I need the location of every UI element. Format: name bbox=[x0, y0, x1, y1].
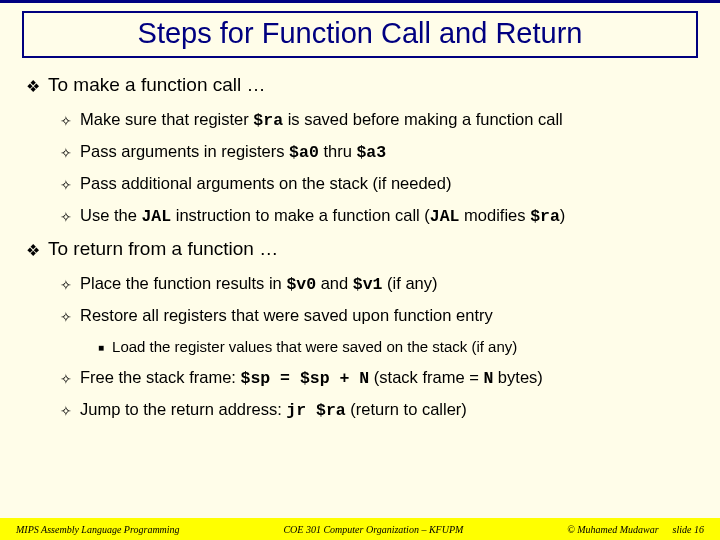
slide-title: Steps for Function Call and Return bbox=[24, 17, 696, 50]
list-item: ✧ Pass additional arguments on the stack… bbox=[60, 174, 694, 196]
footer-slide-num: slide 16 bbox=[673, 524, 704, 535]
footer-right: © Muhamed Mudawar slide 16 bbox=[567, 524, 704, 535]
list-item: ✧ Use the JAL instruction to make a func… bbox=[60, 206, 694, 228]
slide: Steps for Function Call and Return ❖ To … bbox=[0, 0, 720, 540]
item-text: Make sure that register $ra is saved bef… bbox=[80, 110, 563, 130]
content-area: ❖ To make a function call … ✧ Make sure … bbox=[0, 58, 720, 422]
item-text: Restore all registers that were saved up… bbox=[80, 306, 493, 325]
list-item: ✧ Make sure that register $ra is saved b… bbox=[60, 110, 694, 132]
title-box: Steps for Function Call and Return bbox=[22, 11, 698, 58]
diamond-open-bullet-icon: ✧ bbox=[60, 142, 72, 164]
square-bullet-icon: ■ bbox=[98, 338, 104, 358]
heading-text: To return from a function … bbox=[48, 238, 278, 260]
list-item: ✧ Jump to the return address: jr $ra (re… bbox=[60, 400, 694, 422]
item-text: Free the stack frame: $sp = $sp + N (sta… bbox=[80, 368, 543, 388]
footer-center: COE 301 Computer Organization – KFUPM bbox=[283, 524, 463, 535]
section-heading: ❖ To return from a function … bbox=[26, 238, 694, 264]
heading-text: To make a function call … bbox=[48, 74, 266, 96]
list-item: ✧ Pass arguments in registers $a0 thru $… bbox=[60, 142, 694, 164]
diamond-open-bullet-icon: ✧ bbox=[60, 400, 72, 422]
diamond-open-bullet-icon: ✧ bbox=[60, 110, 72, 132]
item-text: Load the register values that were saved… bbox=[112, 338, 517, 355]
item-text: Jump to the return address: jr $ra (retu… bbox=[80, 400, 467, 420]
footer-author: © Muhamed Mudawar bbox=[567, 524, 658, 535]
list-item: ✧ Place the function results in $v0 and … bbox=[60, 274, 694, 296]
list-item: ✧ Restore all registers that were saved … bbox=[60, 306, 694, 328]
diamond-bullet-icon: ❖ bbox=[26, 74, 40, 100]
diamond-open-bullet-icon: ✧ bbox=[60, 206, 72, 228]
diamond-open-bullet-icon: ✧ bbox=[60, 368, 72, 390]
diamond-open-bullet-icon: ✧ bbox=[60, 306, 72, 328]
footer: MIPS Assembly Language Programming COE 3… bbox=[0, 518, 720, 540]
item-text: Pass additional arguments on the stack (… bbox=[80, 174, 451, 193]
diamond-open-bullet-icon: ✧ bbox=[60, 274, 72, 296]
diamond-open-bullet-icon: ✧ bbox=[60, 174, 72, 196]
item-text: Use the JAL instruction to make a functi… bbox=[80, 206, 565, 226]
footer-left: MIPS Assembly Language Programming bbox=[16, 524, 180, 535]
list-item: ✧ Free the stack frame: $sp = $sp + N (s… bbox=[60, 368, 694, 390]
item-text: Place the function results in $v0 and $v… bbox=[80, 274, 438, 294]
sub-list-item: ■ Load the register values that were sav… bbox=[98, 338, 694, 358]
item-text: Pass arguments in registers $a0 thru $a3 bbox=[80, 142, 386, 162]
diamond-bullet-icon: ❖ bbox=[26, 238, 40, 264]
section-heading: ❖ To make a function call … bbox=[26, 74, 694, 100]
